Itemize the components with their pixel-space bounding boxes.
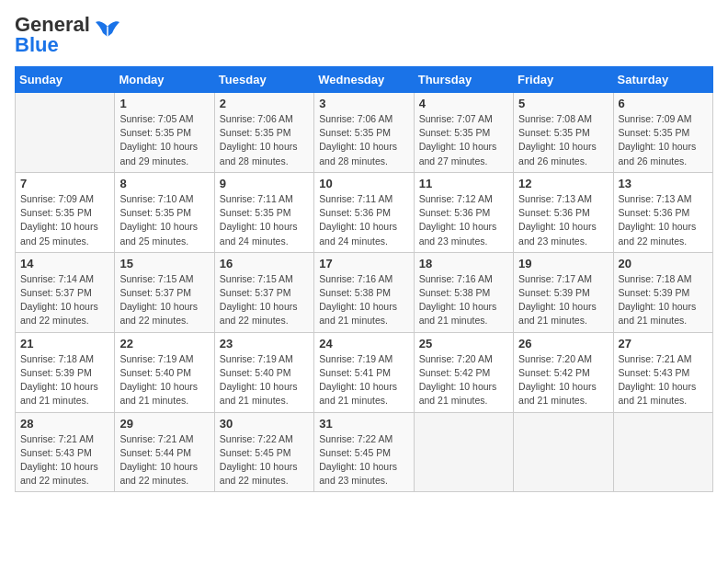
day-number: 31 bbox=[319, 417, 408, 431]
calendar-week-4: 21Sunrise: 7:18 AM Sunset: 5:39 PM Dayli… bbox=[16, 332, 713, 412]
day-info: Sunrise: 7:18 AM Sunset: 5:39 PM Dayligh… bbox=[619, 272, 708, 328]
day-number: 15 bbox=[119, 257, 209, 270]
calendar-cell: 22Sunrise: 7:19 AM Sunset: 5:40 PM Dayli… bbox=[115, 332, 214, 412]
page-header: GeneralBlue bbox=[15, 15, 713, 55]
day-info: Sunrise: 7:22 AM Sunset: 5:45 PM Dayligh… bbox=[220, 432, 309, 488]
day-number: 23 bbox=[220, 337, 309, 350]
day-number: 4 bbox=[419, 97, 508, 110]
day-number: 28 bbox=[20, 417, 109, 431]
day-number: 1 bbox=[119, 97, 209, 110]
day-info: Sunrise: 7:19 AM Sunset: 5:40 PM Dayligh… bbox=[119, 352, 209, 408]
day-info: Sunrise: 7:20 AM Sunset: 5:42 PM Dayligh… bbox=[518, 352, 608, 408]
calendar-table: SundayMondayTuesdayWednesdayThursdayFrid… bbox=[15, 66, 713, 492]
day-info: Sunrise: 7:14 AM Sunset: 5:37 PM Dayligh… bbox=[20, 272, 109, 328]
calendar-cell: 9Sunrise: 7:11 AM Sunset: 5:35 PM Daylig… bbox=[214, 172, 313, 252]
calendar-cell: 23Sunrise: 7:19 AM Sunset: 5:40 PM Dayli… bbox=[214, 332, 313, 412]
day-number: 8 bbox=[119, 177, 209, 190]
calendar-cell: 6Sunrise: 7:09 AM Sunset: 5:35 PM Daylig… bbox=[613, 93, 712, 173]
calendar-cell: 12Sunrise: 7:13 AM Sunset: 5:36 PM Dayli… bbox=[514, 172, 613, 252]
day-number: 5 bbox=[518, 97, 608, 110]
day-number: 24 bbox=[319, 337, 408, 350]
day-info: Sunrise: 7:13 AM Sunset: 5:36 PM Dayligh… bbox=[619, 192, 708, 248]
calendar-cell: 21Sunrise: 7:18 AM Sunset: 5:39 PM Dayli… bbox=[16, 332, 115, 412]
day-info: Sunrise: 7:12 AM Sunset: 5:36 PM Dayligh… bbox=[419, 192, 508, 248]
calendar-week-1: 1Sunrise: 7:05 AM Sunset: 5:35 PM Daylig… bbox=[16, 93, 713, 173]
day-number: 20 bbox=[619, 257, 708, 270]
calendar-cell: 8Sunrise: 7:10 AM Sunset: 5:35 PM Daylig… bbox=[115, 172, 214, 252]
calendar-cell: 17Sunrise: 7:16 AM Sunset: 5:38 PM Dayli… bbox=[314, 252, 414, 332]
calendar-cell bbox=[16, 93, 115, 173]
calendar-cell: 14Sunrise: 7:14 AM Sunset: 5:37 PM Dayli… bbox=[16, 252, 115, 332]
calendar-cell bbox=[514, 412, 613, 492]
day-number: 14 bbox=[20, 257, 109, 270]
calendar-cell: 7Sunrise: 7:09 AM Sunset: 5:35 PM Daylig… bbox=[16, 172, 115, 252]
day-number: 17 bbox=[319, 257, 408, 270]
day-info: Sunrise: 7:13 AM Sunset: 5:36 PM Dayligh… bbox=[518, 192, 608, 248]
day-info: Sunrise: 7:09 AM Sunset: 5:35 PM Dayligh… bbox=[20, 192, 109, 248]
day-info: Sunrise: 7:18 AM Sunset: 5:39 PM Dayligh… bbox=[20, 352, 109, 408]
day-info: Sunrise: 7:06 AM Sunset: 5:35 PM Dayligh… bbox=[220, 112, 309, 168]
calendar-cell: 2Sunrise: 7:06 AM Sunset: 5:35 PM Daylig… bbox=[214, 93, 313, 173]
day-info: Sunrise: 7:20 AM Sunset: 5:42 PM Dayligh… bbox=[419, 352, 508, 408]
calendar-cell: 16Sunrise: 7:15 AM Sunset: 5:37 PM Dayli… bbox=[214, 252, 313, 332]
day-info: Sunrise: 7:21 AM Sunset: 5:43 PM Dayligh… bbox=[20, 432, 109, 488]
column-header-thursday: Thursday bbox=[414, 67, 513, 93]
day-info: Sunrise: 7:11 AM Sunset: 5:36 PM Dayligh… bbox=[319, 192, 408, 248]
calendar-header-row: SundayMondayTuesdayWednesdayThursdayFrid… bbox=[16, 67, 713, 93]
logo-text: GeneralBlue bbox=[15, 15, 90, 55]
day-info: Sunrise: 7:15 AM Sunset: 5:37 PM Dayligh… bbox=[119, 272, 209, 328]
calendar-week-2: 7Sunrise: 7:09 AM Sunset: 5:35 PM Daylig… bbox=[16, 172, 713, 252]
day-number: 12 bbox=[518, 177, 608, 190]
day-number: 10 bbox=[319, 177, 408, 190]
day-info: Sunrise: 7:21 AM Sunset: 5:43 PM Dayligh… bbox=[619, 352, 708, 408]
day-info: Sunrise: 7:07 AM Sunset: 5:35 PM Dayligh… bbox=[419, 112, 508, 168]
day-number: 27 bbox=[619, 337, 708, 350]
calendar-body: 1Sunrise: 7:05 AM Sunset: 5:35 PM Daylig… bbox=[16, 93, 713, 492]
day-number: 30 bbox=[220, 417, 309, 431]
calendar-cell: 18Sunrise: 7:16 AM Sunset: 5:38 PM Dayli… bbox=[414, 252, 513, 332]
day-number: 6 bbox=[619, 97, 708, 110]
day-number: 25 bbox=[419, 337, 508, 350]
day-info: Sunrise: 7:09 AM Sunset: 5:35 PM Dayligh… bbox=[619, 112, 708, 168]
day-number: 3 bbox=[319, 97, 408, 110]
day-number: 21 bbox=[20, 337, 109, 350]
calendar-cell: 28Sunrise: 7:21 AM Sunset: 5:43 PM Dayli… bbox=[16, 412, 115, 492]
day-number: 29 bbox=[119, 417, 209, 431]
day-info: Sunrise: 7:08 AM Sunset: 5:35 PM Dayligh… bbox=[518, 112, 608, 168]
day-info: Sunrise: 7:11 AM Sunset: 5:35 PM Dayligh… bbox=[220, 192, 309, 248]
calendar-cell: 11Sunrise: 7:12 AM Sunset: 5:36 PM Dayli… bbox=[414, 172, 513, 252]
day-info: Sunrise: 7:19 AM Sunset: 5:41 PM Dayligh… bbox=[319, 352, 408, 408]
day-info: Sunrise: 7:06 AM Sunset: 5:35 PM Dayligh… bbox=[319, 112, 408, 168]
calendar-week-5: 28Sunrise: 7:21 AM Sunset: 5:43 PM Dayli… bbox=[16, 412, 713, 492]
day-number: 18 bbox=[419, 257, 508, 270]
day-info: Sunrise: 7:05 AM Sunset: 5:35 PM Dayligh… bbox=[119, 112, 209, 168]
day-info: Sunrise: 7:15 AM Sunset: 5:37 PM Dayligh… bbox=[220, 272, 309, 328]
calendar-cell: 10Sunrise: 7:11 AM Sunset: 5:36 PM Dayli… bbox=[314, 172, 414, 252]
day-number: 22 bbox=[119, 337, 209, 350]
day-info: Sunrise: 7:19 AM Sunset: 5:40 PM Dayligh… bbox=[220, 352, 309, 408]
day-number: 26 bbox=[518, 337, 608, 350]
column-header-wednesday: Wednesday bbox=[314, 67, 414, 93]
column-header-saturday: Saturday bbox=[613, 67, 712, 93]
calendar-cell: 13Sunrise: 7:13 AM Sunset: 5:36 PM Dayli… bbox=[613, 172, 712, 252]
calendar-cell: 20Sunrise: 7:18 AM Sunset: 5:39 PM Dayli… bbox=[613, 252, 712, 332]
calendar-cell bbox=[414, 412, 513, 492]
day-info: Sunrise: 7:16 AM Sunset: 5:38 PM Dayligh… bbox=[319, 272, 408, 328]
column-header-tuesday: Tuesday bbox=[214, 67, 313, 93]
day-number: 7 bbox=[20, 177, 109, 190]
calendar-cell: 27Sunrise: 7:21 AM Sunset: 5:43 PM Dayli… bbox=[613, 332, 712, 412]
day-info: Sunrise: 7:10 AM Sunset: 5:35 PM Dayligh… bbox=[119, 192, 209, 248]
column-header-monday: Monday bbox=[115, 67, 214, 93]
logo: GeneralBlue bbox=[15, 15, 121, 55]
day-info: Sunrise: 7:21 AM Sunset: 5:44 PM Dayligh… bbox=[119, 432, 209, 488]
day-number: 9 bbox=[220, 177, 309, 190]
calendar-cell bbox=[613, 412, 712, 492]
day-number: 19 bbox=[518, 257, 608, 270]
day-number: 11 bbox=[419, 177, 508, 190]
calendar-cell: 25Sunrise: 7:20 AM Sunset: 5:42 PM Dayli… bbox=[414, 332, 513, 412]
column-header-sunday: Sunday bbox=[16, 67, 115, 93]
day-info: Sunrise: 7:16 AM Sunset: 5:38 PM Dayligh… bbox=[419, 272, 508, 328]
calendar-week-3: 14Sunrise: 7:14 AM Sunset: 5:37 PM Dayli… bbox=[16, 252, 713, 332]
calendar-cell: 26Sunrise: 7:20 AM Sunset: 5:42 PM Dayli… bbox=[514, 332, 613, 412]
day-info: Sunrise: 7:22 AM Sunset: 5:45 PM Dayligh… bbox=[319, 432, 408, 488]
